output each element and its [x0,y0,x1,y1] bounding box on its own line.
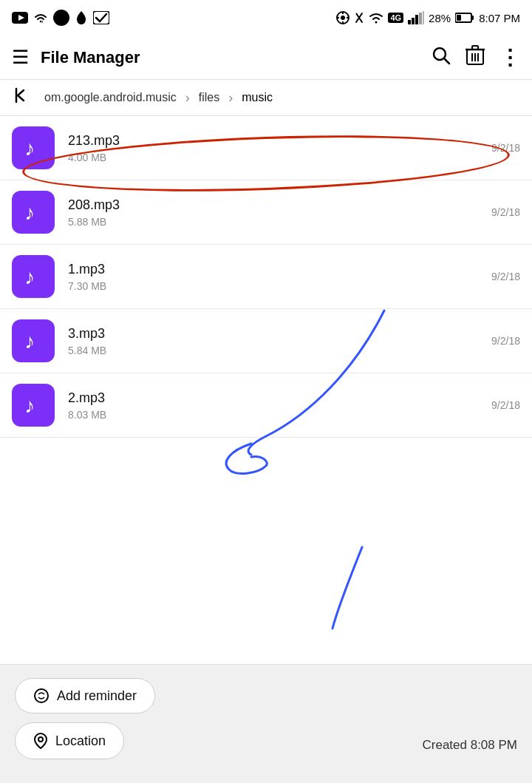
file-item-3[interactable]: ♪ 3.mp3 5.84 MB 9/2/18 [0,309,532,373]
svg-rect-10 [408,20,411,24]
breadcrumb-item-1[interactable]: files [190,88,228,107]
file-info-0: 213.mp3 4.00 MB [68,133,491,163]
trash-icon [466,45,485,66]
file-date-4: 9/2/18 [491,399,520,411]
file-size-0: 4.00 MB [68,152,491,163]
svg-text:♪: ♪ [24,330,35,353]
reminder-icon [33,688,50,704]
delete-button[interactable] [466,45,485,70]
file-icon-2: ♪ [12,255,55,298]
bluetooth-icon [354,10,364,26]
breadcrumb-bar: om.google.android.music › files › music [0,80,532,116]
signal-wifi-icon [369,12,383,24]
svg-point-32 [35,689,48,702]
check-icon [93,11,109,24]
file-date-1: 9/2/18 [491,206,520,218]
signal-bars-icon [408,11,424,24]
file-info-4: 2.mp3 8.03 MB [68,390,491,421]
file-size-1: 5.88 MB [68,216,491,228]
file-item-1[interactable]: ♪ 208.mp3 5.88 MB 9/2/18 [0,180,532,245]
svg-text:♪: ♪ [24,265,35,288]
created-timestamp: Created 8:08 PM [422,738,517,753]
file-name-3: 3.mp3 [68,326,491,342]
file-date-2: 9/2/18 [491,271,520,282]
file-name-0: 213.mp3 [68,133,491,149]
search-button[interactable] [432,46,451,70]
app-title: File Manager [41,48,432,67]
bottom-panel: Add reminder Location Created 8:08 PM [0,664,532,783]
svg-rect-17 [457,15,461,21]
status-bar-right: 4G 28% 8:07 PM [336,10,520,26]
svg-rect-11 [412,18,415,24]
svg-text:♪: ♪ [24,394,35,417]
file-icon-0: ♪ [12,126,55,169]
file-size-2: 7.30 MB [68,280,491,292]
gps-icon [336,11,349,24]
svg-text:♪: ♪ [24,137,35,160]
svg-line-19 [444,58,449,64]
file-size-4: 8.03 MB [68,409,491,421]
toolbar: ☰ File Manager ⋮ [0,35,532,80]
file-date-3: 9/2/18 [491,335,520,347]
svg-rect-13 [419,13,422,24]
file-info-3: 3.mp3 5.84 MB [68,326,491,356]
svg-point-33 [38,737,43,742]
wifi-icon: ? [34,13,47,23]
svg-text:♪: ♪ [24,201,35,224]
breadcrumb-back-button[interactable] [12,87,28,108]
location-button[interactable]: Location [15,722,124,759]
flame-icon [75,10,87,26]
file-icon-3: ♪ [12,319,55,362]
circle-icon [53,10,69,26]
music-note-icon: ♪ [21,329,45,353]
bottom-row: Location Created 8:08 PM [15,722,517,768]
music-note-icon: ♪ [21,265,45,288]
file-item-2[interactable]: ♪ 1.mp3 7.30 MB 9/2/18 [0,245,532,309]
status-bar-left: ? [12,10,109,26]
search-icon [432,46,451,65]
svg-rect-14 [423,11,424,24]
file-info-1: 208.mp3 5.88 MB [68,197,491,228]
svg-text:?: ? [40,19,44,23]
file-list: ♪ 213.mp3 4.00 MB 9/2/18 ♪ 208.mp3 5.88 … [0,116,532,438]
file-item-0[interactable]: ♪ 213.mp3 4.00 MB 9/2/18 [0,116,532,180]
svg-rect-16 [471,16,474,20]
network-badge: 4G [388,13,403,23]
file-icon-1: ♪ [12,191,55,234]
youtube-icon [12,12,28,24]
location-label: Location [55,733,106,749]
location-icon [33,732,48,750]
file-item-4[interactable]: ♪ 2.mp3 8.03 MB 9/2/18 [0,373,532,438]
add-reminder-label: Add reminder [57,688,137,704]
file-name-1: 208.mp3 [68,197,491,213]
more-button[interactable]: ⋮ [499,45,520,70]
status-bar: ? 4G [0,0,532,35]
file-icon-4: ♪ [12,384,55,427]
file-date-0: 9/2/18 [491,142,520,154]
svg-rect-22 [472,46,478,50]
battery-percent: 28% [429,12,451,24]
file-name-2: 1.mp3 [68,262,491,277]
music-note-icon: ♪ [21,393,45,417]
battery-icon [455,12,474,24]
file-size-3: 5.84 MB [68,345,491,356]
file-name-4: 2.mp3 [68,390,491,406]
svg-rect-12 [415,15,418,24]
breadcrumb-item-2[interactable]: music [233,88,282,107]
file-info-2: 1.mp3 7.30 MB [68,262,491,292]
time-display: 8:07 PM [479,12,520,24]
music-note-icon: ♪ [21,136,45,160]
add-reminder-button[interactable]: Add reminder [15,678,155,713]
svg-point-5 [341,16,345,20]
menu-button[interactable]: ☰ [12,46,29,69]
toolbar-actions: ⋮ [432,45,520,70]
music-note-icon: ♪ [21,200,45,224]
breadcrumb-item-0[interactable]: om.google.android.music [35,88,185,107]
